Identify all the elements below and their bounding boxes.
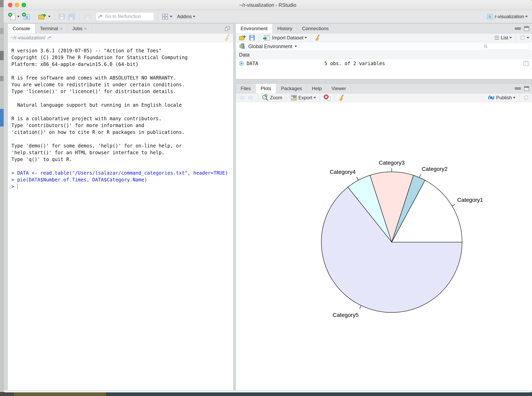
pane-layout-button[interactable]	[162, 13, 172, 20]
open-file-button[interactable]	[38, 13, 51, 21]
publish-button[interactable]: Publish	[488, 94, 515, 101]
close-icon[interactable]	[60, 26, 63, 31]
divider	[310, 34, 311, 42]
environment-scope-row: Global Environment	[236, 42, 532, 51]
tab-viewer[interactable]: Viewer	[327, 84, 351, 93]
chevron-down-icon	[295, 46, 297, 47]
refresh-environment-button[interactable]	[519, 35, 529, 41]
tab-terminal[interactable]: Terminal	[35, 24, 68, 33]
maximize-pane-icon[interactable]	[524, 86, 529, 91]
r-project-icon: R	[486, 13, 493, 20]
remove-plot-icon[interactable]	[323, 94, 331, 101]
tab-label: Viewer	[332, 86, 346, 91]
chevron-down-icon	[509, 37, 512, 39]
goto-directory-icon[interactable]	[47, 35, 53, 40]
addins-menu[interactable]: Addins	[177, 14, 195, 19]
object-row-DATA[interactable]: DATA 5 obs. of 2 variables	[236, 59, 532, 68]
new-project-button[interactable]: R	[22, 12, 30, 21]
print-button[interactable]	[83, 13, 92, 20]
goto-arrow-icon	[98, 14, 103, 19]
new-document-icon	[8, 13, 16, 21]
environment-tabbar: Environment History Connections	[236, 23, 532, 33]
export-plot-button[interactable]: Export	[290, 94, 316, 101]
new-file-button[interactable]	[8, 13, 20, 21]
background-window-edge	[0, 0, 4, 396]
console-path-band: ~/r-visualization/	[8, 33, 234, 42]
goto-file-input[interactable]	[105, 14, 150, 19]
pie-leader-line	[360, 305, 361, 309]
tab-history[interactable]: History	[273, 24, 297, 33]
divider	[54, 13, 54, 21]
background-fragment	[0, 51, 4, 60]
save-workspace-icon[interactable]	[249, 34, 255, 41]
environment-search-input[interactable]	[489, 44, 526, 49]
project-name: r-visualization	[495, 14, 524, 19]
tab-packages[interactable]: Packages	[276, 84, 307, 93]
zoom-plot-button[interactable]: Zoom	[262, 94, 282, 101]
console-line: Type 'license()' or 'licence()' for dist…	[12, 88, 230, 95]
tab-label: Environment	[241, 26, 268, 31]
tab-files[interactable]: Files	[236, 84, 256, 93]
svg-text:R: R	[25, 15, 28, 20]
new-r-project-icon: R	[22, 12, 30, 21]
tab-plots[interactable]: Plots	[256, 84, 276, 93]
clear-console-broom-icon[interactable]	[224, 34, 230, 41]
divider	[258, 94, 258, 102]
expand-object-icon[interactable]	[239, 61, 244, 66]
tab-help[interactable]: Help	[307, 84, 327, 93]
save-all-button[interactable]	[68, 13, 76, 21]
tab-connections[interactable]: Connections	[297, 24, 333, 33]
console-line	[12, 163, 230, 170]
title-bar: ~/r-visualization - RStudio	[4, 0, 532, 10]
save-all-icon	[68, 13, 76, 21]
console-line: 'help.start()' for an HTML browser inter…	[12, 149, 230, 156]
console-line: 'citation()' on how to cite R or R packa…	[12, 129, 230, 136]
screen: ~/r-visualization - RStudio R	[0, 0, 532, 396]
console-line: R is a collaborative project with many c…	[12, 115, 230, 122]
tab-label: Help	[312, 86, 322, 91]
environment-toolbar: Import Dataset List	[236, 33, 532, 42]
close-icon[interactable]	[84, 26, 87, 31]
rstudio-window: ~/r-visualization - RStudio R	[4, 0, 532, 392]
text-cursor	[17, 184, 18, 189]
publish-label: Publish	[496, 95, 512, 100]
project-selector[interactable]: R r-visualization	[486, 13, 528, 20]
chevron-down-icon	[17, 16, 20, 17]
maximize-pane-icon[interactable]	[224, 26, 230, 31]
console-line: You are welcome to redistribute it under…	[12, 81, 230, 88]
tab-jobs[interactable]: Jobs	[68, 24, 92, 33]
clear-environment-broom-icon[interactable]	[314, 34, 321, 41]
divider	[80, 13, 80, 21]
save-icon	[58, 13, 65, 20]
import-dataset-button[interactable]: Import Dataset	[263, 34, 307, 41]
console-line: Type 'contributors()' for more informati…	[12, 122, 230, 129]
console-line: Type 'demo()' for some demos, 'help()' f…	[12, 142, 230, 149]
clear-plots-broom-icon[interactable]	[338, 94, 345, 101]
minimize-pane-icon[interactable]	[515, 27, 521, 30]
goto-file-search[interactable]	[96, 12, 154, 21]
load-workspace-icon[interactable]	[239, 34, 247, 41]
scope-label[interactable]: Global Environment	[248, 44, 292, 49]
divider	[515, 34, 516, 42]
chevron-down-icon	[48, 16, 51, 17]
previous-plot-icon[interactable]	[239, 95, 246, 101]
object-name: DATA	[247, 61, 258, 66]
divider	[320, 94, 320, 102]
tab-label: Console	[13, 26, 30, 31]
next-plot-icon[interactable]	[247, 95, 254, 101]
maximize-pane-icon[interactable]	[524, 26, 529, 31]
pie-label: Category4	[330, 169, 356, 175]
minimize-pane-icon[interactable]	[515, 87, 521, 90]
tab-console[interactable]: Console	[8, 24, 35, 33]
tab-environment[interactable]: Environment	[236, 24, 273, 33]
console-output[interactable]: R version 3.6.1 (2019-07-05) -- "Action …	[8, 42, 234, 390]
list-label: List	[501, 35, 508, 41]
refresh-plot-icon[interactable]	[523, 94, 529, 101]
tab-label: Connections	[302, 26, 328, 31]
environment-search[interactable]	[482, 43, 529, 50]
save-button[interactable]	[58, 13, 65, 20]
divider	[158, 13, 158, 21]
view-table-icon[interactable]	[523, 61, 529, 66]
list-view-button[interactable]: List	[494, 35, 512, 41]
plots-toolbar: Zoom Export Publish	[236, 93, 532, 102]
